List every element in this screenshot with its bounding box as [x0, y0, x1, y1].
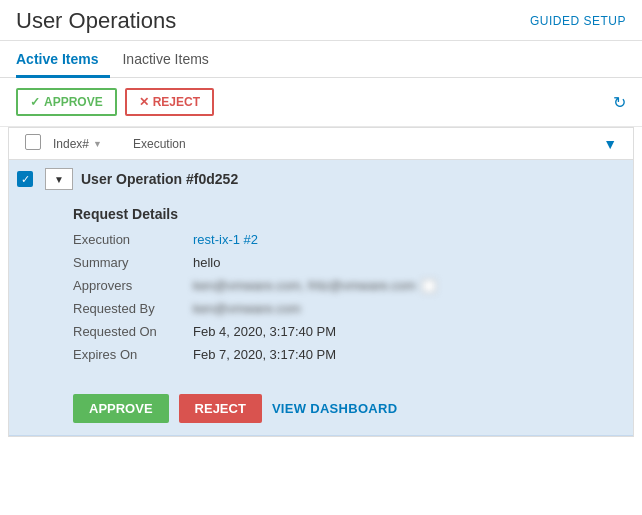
reject-bottom-button[interactable]: REJECT [179, 394, 262, 423]
detail-value-requested-by: ken@vmware.com [193, 301, 301, 316]
header-checkbox[interactable] [25, 134, 41, 150]
detail-requested-by: Requested By ken@vmware.com [73, 301, 617, 316]
x-icon: ✕ [139, 95, 149, 109]
checkmark-icon: ✓ [30, 95, 40, 109]
detail-label-summary: Summary [73, 255, 193, 270]
detail-label-requested-by: Requested By [73, 301, 193, 316]
detail-expires-on: Expires On Feb 7, 2020, 3:17:40 PM [73, 347, 617, 362]
table-row: ✓ ▼ User Operation #f0d252 Request Detai… [9, 160, 633, 436]
row-checkbox[interactable]: ✓ [17, 171, 45, 187]
detail-value-expires-on: Feb 7, 2020, 3:17:40 PM [193, 347, 336, 362]
reject-top-button[interactable]: ✕ REJECT [125, 88, 214, 116]
detail-value-execution[interactable]: rest-ix-1 #2 [193, 232, 258, 247]
page-title: User Operations [16, 8, 176, 34]
detail-label-requested-on: Requested On [73, 324, 193, 339]
approvers-checkbox[interactable] [422, 279, 436, 293]
column-header-execution: Execution [133, 137, 603, 151]
column-header-index[interactable]: Index# ▼ [53, 137, 133, 151]
tab-bar: Active Items Inactive Items [0, 43, 642, 78]
sort-icon: ▼ [93, 139, 102, 149]
approve-bottom-button[interactable]: APPROVE [73, 394, 169, 423]
tab-active-items[interactable]: Active Items [16, 43, 110, 78]
detail-requested-on: Requested On Feb 4, 2020, 3:17:40 PM [73, 324, 617, 339]
view-dashboard-button[interactable]: VIEW DASHBOARD [272, 401, 398, 416]
detail-execution: Execution rest-ix-1 #2 [73, 232, 617, 247]
detail-value-requested-on: Feb 4, 2020, 3:17:40 PM [193, 324, 336, 339]
row-header: ✓ ▼ User Operation #f0d252 [9, 160, 633, 198]
filter-icon[interactable]: ▼ [603, 136, 617, 152]
detail-label-approvers: Approvers [73, 278, 193, 293]
guided-setup-link[interactable]: GUIDED SETUP [530, 14, 626, 28]
row-actions: APPROVE REJECT VIEW DASHBOARD [9, 382, 633, 435]
checked-checkbox[interactable]: ✓ [17, 171, 33, 187]
request-details-panel: Request Details Execution rest-ix-1 #2 S… [9, 198, 633, 382]
approve-top-button[interactable]: ✓ APPROVE [16, 88, 117, 116]
select-all-checkbox[interactable] [25, 134, 53, 153]
page-header: User Operations GUIDED SETUP [0, 0, 642, 41]
action-toolbar: ✓ APPROVE ✕ REJECT ↻ [0, 78, 642, 127]
detail-value-summary: hello [193, 255, 220, 270]
refresh-icon[interactable]: ↻ [613, 93, 626, 112]
detail-summary: Summary hello [73, 255, 617, 270]
detail-value-approvers: ken@vmware.com, fritz@vmware.com [193, 278, 436, 293]
table-header-row: Index# ▼ Execution ▼ [9, 128, 633, 160]
data-table: Index# ▼ Execution ▼ ✓ ▼ User Operation … [8, 127, 634, 437]
tab-inactive-items[interactable]: Inactive Items [122, 43, 220, 78]
request-details-title: Request Details [73, 206, 617, 222]
detail-label-expires-on: Expires On [73, 347, 193, 362]
detail-approvers: Approvers ken@vmware.com, fritz@vmware.c… [73, 278, 617, 293]
expand-button[interactable]: ▼ [45, 168, 73, 190]
row-title: User Operation #f0d252 [81, 171, 238, 187]
detail-label-execution: Execution [73, 232, 193, 247]
chevron-down-icon: ▼ [54, 174, 64, 185]
